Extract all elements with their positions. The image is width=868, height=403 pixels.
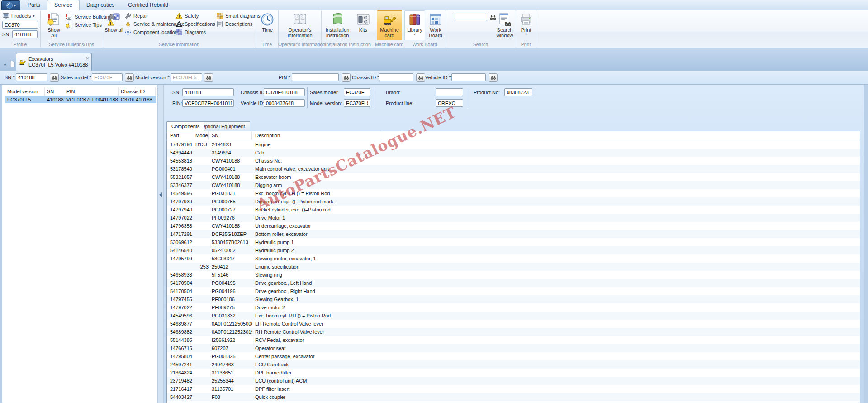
diagrams-button[interactable]: Diagrams [175, 28, 206, 36]
print-button[interactable]: Print ▾ [516, 10, 536, 40]
table-row[interactable]: 53346377CWY410188Digging arm [167, 181, 860, 189]
app-menu-button[interactable]: ▾ [1, 0, 20, 11]
table-row[interactable]: 14796353CWY410188Undercarriage, excavato… [167, 222, 860, 230]
info-pin-value[interactable] [182, 99, 234, 107]
machine-card-button[interactable]: Machine card [377, 10, 402, 40]
service-tips-button[interactable]: Service Tips [66, 21, 102, 29]
cell-part: 14797940 [167, 206, 192, 214]
results-row[interactable]: EC370FL5410188VCE0CB7FH00410188C370F4101… [5, 96, 156, 103]
table-row[interactable]: 546898770A0F012125050060LH Remote Contro… [167, 320, 860, 328]
descriptions-button[interactable]: Descriptions [216, 20, 253, 28]
table-row[interactable]: 14797940PG000727Bucket cylinder, exc. ()… [167, 206, 860, 214]
sales-model-search-button[interactable] [125, 73, 134, 82]
table-row[interactable]: 14795804PG001325Center passage, excavato… [167, 352, 860, 360]
library-button[interactable]: Library ▾ [404, 10, 425, 40]
new-tab-icon[interactable] [9, 60, 16, 67]
ribbon-tab-diagnostics[interactable]: Diagnostics [80, 0, 121, 10]
table-row[interactable]: 1479579953C03347Slewing motor, excavator… [167, 254, 860, 263]
smart-diagrams-button[interactable]: Smart diagrams [216, 12, 261, 19]
table-row[interactable]: 14797455PF000186Slewing Gearbox, 1 [167, 295, 860, 303]
table-row[interactable]: 2171641731135701DPF filter Insert [167, 385, 860, 393]
chassis-id-search-button[interactable] [416, 73, 425, 82]
table-row[interactable]: 54403427F08Quick coupler [167, 393, 860, 401]
column-header-sn[interactable]: SN [45, 87, 64, 96]
specifications-button[interactable]: Specifications [175, 20, 215, 28]
info-sn-value[interactable] [182, 88, 234, 96]
table-row[interactable]: 530696125330457B02613Hydraulic pump 1 [167, 238, 860, 246]
table-row[interactable]: 2459724124947463ECU Caretrack [167, 360, 860, 369]
document-tab-excavators[interactable]: Excavators EC370F L5 Volvo #410188 ✕ [16, 53, 92, 71]
table-row[interactable]: 541465400524-0052Hydraulic pump 2 [167, 246, 860, 254]
table-row[interactable]: 17479194D13J2494623Engine [167, 140, 860, 149]
table-row[interactable]: 14797022PF009275Drive motor 2 [167, 303, 860, 312]
table-row[interactable]: 14717291DCF25G18ZEP (2025Bottom roller, … [167, 230, 860, 238]
info-chassis-value[interactable] [264, 88, 305, 96]
panel-splitter[interactable] [157, 85, 164, 403]
profile-sn-label: SN: [2, 32, 10, 37]
table-row[interactable]: 14549596PG031831Exc. boom cyl. LH () = P… [167, 189, 860, 197]
safety-button[interactable]: Safety [175, 12, 199, 19]
close-tab-button[interactable]: ✕ [85, 56, 89, 61]
table-row[interactable]: 546589335F5146Slewing ring [167, 271, 860, 279]
show-all-bulletins-button[interactable]: Show All [44, 10, 64, 40]
table-row[interactable]: 14549596PG031832Exc. boom cyl. RH () = P… [167, 312, 860, 320]
installation-instruction-button[interactable]: Installation Instruction [323, 10, 352, 40]
table-row[interactable]: 546898820A0F012125230193RH Remote Contro… [167, 328, 860, 336]
pin-search-input[interactable] [292, 73, 339, 81]
work-board-button[interactable]: Work Board [425, 10, 446, 40]
show-all-service-info-button[interactable]: Show all [104, 10, 124, 40]
info-vehicle-value[interactable] [264, 99, 305, 107]
profile-sn-input[interactable] [12, 30, 38, 38]
table-row[interactable]: 55321057CWY410188Excavator boom [167, 173, 860, 181]
products-dropdown[interactable]: Products ▾ [2, 12, 34, 19]
search-window-button[interactable]: Search window [493, 10, 516, 40]
model-version-search-input[interactable] [171, 73, 202, 81]
operators-information-button[interactable]: Operator's Information [280, 10, 319, 40]
column-header-model[interactable]: Model [192, 131, 209, 140]
table-row[interactable]: 54553818CWY410188Chassis No. [167, 157, 860, 165]
sales-model-search-input[interactable] [92, 73, 123, 81]
table-row[interactable]: 55144385I25661922RCV Pedal, excavator [167, 336, 860, 344]
repair-button[interactable]: Repair [124, 12, 148, 19]
table-row[interactable]: 54170504PG004196Drive gearbox., Right Ha… [167, 287, 860, 295]
table-row[interactable]: 2136482431133651DPF burner/filter [167, 369, 860, 377]
collapse-panel-arrow-icon[interactable] [159, 192, 162, 197]
column-header-chassis-id[interactable]: Chassis ID [119, 87, 156, 96]
column-header-model-version[interactable]: Model version [5, 87, 45, 96]
table-row[interactable]: 253250412Engine specification [167, 263, 860, 271]
vehicle-id-search-button[interactable] [489, 73, 498, 82]
table-row[interactable]: 5302232135100343Co-pilot unit [167, 401, 860, 403]
table-row[interactable]: 543944493149694Cab [167, 149, 860, 157]
table-row[interactable]: 54170504PG004195Drive gearbox., Left Han… [167, 279, 860, 287]
ribbon-tab-parts[interactable]: Parts [21, 0, 47, 10]
info-product-line-value[interactable] [436, 99, 463, 107]
ribbon-tab-certified-rebuild[interactable]: Certified Rebuild [121, 0, 175, 10]
tab-components[interactable]: Components [166, 121, 204, 131]
model-version-search-button[interactable] [204, 73, 213, 82]
pin-search-button[interactable] [342, 73, 351, 82]
column-header-part[interactable]: Part [167, 131, 192, 140]
info-brand-value[interactable] [436, 88, 463, 96]
kits-button[interactable]: Kits [354, 10, 373, 40]
info-sales-model-value[interactable] [344, 88, 370, 96]
column-header-description[interactable]: Description [252, 131, 382, 140]
tab-list-dropdown-button[interactable]: ▾ [2, 62, 8, 68]
table-row[interactable]: 53178540PG000401Main control valve, exca… [167, 165, 860, 173]
column-header-pin[interactable]: PIN [64, 87, 119, 96]
info-product-no-value[interactable] [504, 88, 532, 96]
product-filter-input[interactable] [2, 21, 38, 29]
chassis-id-search-input[interactable] [379, 73, 413, 81]
table-row[interactable]: 14766715607207Operator seat [167, 344, 860, 352]
ribbon-tab-service[interactable]: Service [47, 0, 80, 10]
ribbon-search-input[interactable] [455, 14, 487, 21]
column-header-sn[interactable]: SN [209, 131, 252, 140]
info-model-version-value[interactable] [344, 99, 370, 107]
time-button[interactable]: Time [257, 10, 278, 40]
vehicle-id-search-input[interactable] [451, 73, 486, 81]
component-location-button[interactable]: Component location [124, 28, 178, 36]
sn-search-input[interactable] [16, 73, 47, 81]
table-row[interactable]: 14797939PG000755Digging arm cyl. ()=Pist… [167, 197, 860, 206]
table-row[interactable]: 2371948225255344ECU (control unit) ACM [167, 377, 860, 385]
table-row[interactable]: 14797022PF009276Drive Motor 1 [167, 214, 860, 222]
sn-search-button[interactable] [50, 73, 59, 82]
